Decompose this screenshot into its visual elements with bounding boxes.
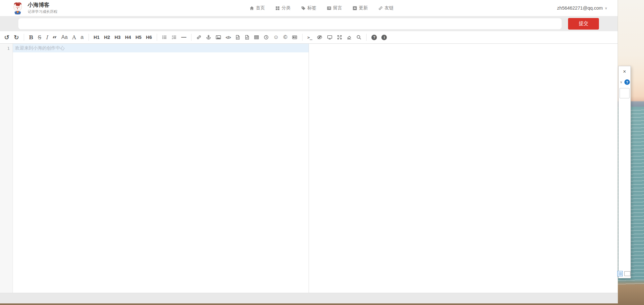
markdown-input-pane[interactable]: 欢迎来到小海的创作中心	[13, 44, 309, 293]
list-ol-icon[interactable]	[169, 32, 179, 42]
line-number-gutter: 1	[0, 44, 13, 293]
list-view-icon[interactable]	[617, 271, 623, 276]
goto-line-icon[interactable]: >_	[305, 32, 315, 42]
redo-icon[interactable]: ↻	[12, 32, 21, 42]
emoji-icon[interactable]: ☺	[271, 32, 281, 42]
nav-label: 更新	[359, 5, 368, 11]
nav-label: 友链	[385, 5, 394, 11]
update-icon	[352, 6, 357, 11]
compose-bar: 提交	[0, 16, 618, 31]
inline-code-icon[interactable]: </>	[223, 32, 233, 42]
code-block-tab-icon[interactable]	[233, 32, 242, 42]
pagebreak-icon[interactable]	[290, 32, 300, 42]
image-view-icon[interactable]	[624, 271, 630, 276]
page: 小海博客 记录学习成长历程 首页 分类 标签 留言	[0, 0, 644, 305]
anchor-icon[interactable]	[204, 32, 213, 42]
close-icon[interactable]: ×	[619, 69, 630, 74]
code-block-icon[interactable]	[242, 32, 252, 42]
nav-label: 分类	[282, 5, 291, 11]
blog-avatar[interactable]	[12, 2, 24, 14]
nav-item-categories[interactable]: 分类	[275, 5, 291, 11]
main-content: 小海博客 记录学习成长历程 首页 分类 标签 留言	[0, 0, 618, 303]
h1-icon[interactable]: H1	[91, 32, 102, 42]
site-subtitle: 记录学习成长历程	[28, 9, 57, 14]
h4-icon[interactable]: H4	[123, 32, 133, 42]
preview-icon[interactable]	[325, 32, 335, 42]
toolbar-divider	[89, 34, 89, 41]
nav-item-home[interactable]: 首页	[249, 5, 265, 11]
h2-icon[interactable]: H2	[102, 32, 112, 42]
nav-label: 首页	[256, 5, 265, 11]
h6-icon[interactable]: H6	[144, 32, 154, 42]
message-board-icon	[327, 6, 331, 11]
nav-label: 标签	[307, 5, 316, 11]
link-icon[interactable]	[194, 32, 204, 42]
nav-item-messages[interactable]: 留言	[327, 5, 342, 11]
editor-placeholder: 欢迎来到小海的创作中心	[15, 45, 65, 51]
strikethrough-icon[interactable]: S	[35, 32, 43, 42]
account-menu[interactable]: zh56462271@qq.com ∨	[557, 0, 607, 16]
grid-icon	[275, 6, 280, 11]
ucwords-icon[interactable]: Aa	[59, 32, 70, 42]
html-entities-icon[interactable]: ©	[281, 32, 290, 42]
editor-toolbar: ↺ ↻ B S I “ Aa A a H1 H2 H3 H4 H5 H6 —	[0, 31, 618, 44]
friend-link-icon	[378, 6, 383, 11]
submit-button[interactable]: 提交	[568, 18, 599, 30]
line-number: 1	[0, 46, 10, 51]
list-ul-icon[interactable]	[160, 32, 169, 42]
toolbar-divider	[366, 34, 367, 41]
nav-item-updates[interactable]: 更新	[352, 5, 368, 11]
h5-icon[interactable]: H5	[133, 32, 144, 42]
datetime-icon[interactable]	[261, 32, 271, 42]
toolbar-divider	[24, 34, 24, 41]
site-title[interactable]: 小海博客	[28, 2, 57, 8]
side-popup-panel: × ∨ ?	[618, 66, 631, 278]
italic-icon[interactable]: I	[43, 32, 50, 42]
watch-icon[interactable]	[314, 32, 325, 42]
side-panel-view-toggles	[617, 271, 630, 276]
site-header: 小海博客 记录学习成长历程 首页 分类 标签 留言	[0, 0, 618, 16]
toolbar-divider	[191, 34, 191, 41]
tag-icon	[301, 6, 306, 11]
main-nav: 首页 分类 标签 留言 更新	[249, 0, 394, 16]
chevron-down-icon[interactable]: ∨	[620, 80, 622, 84]
editor-area: 1 欢迎来到小海的创作中心	[0, 44, 618, 293]
post-title-input[interactable]	[18, 18, 562, 29]
lowercase-icon[interactable]: a	[78, 32, 86, 42]
help-badge-icon[interactable]: ?	[624, 79, 630, 85]
chevron-down-icon: ∨	[605, 6, 607, 10]
clear-icon[interactable]	[344, 32, 354, 42]
site-identity: 小海博客 记录学习成长历程	[28, 2, 57, 14]
nav-item-friend-links[interactable]: 友链	[378, 5, 394, 11]
undo-icon[interactable]: ↺	[2, 32, 12, 42]
toolbar-divider	[157, 34, 157, 41]
toolbar-divider	[302, 34, 303, 41]
side-panel-controls: ∨ ?	[619, 79, 630, 85]
home-icon	[249, 6, 254, 11]
table-icon[interactable]	[252, 32, 261, 42]
bold-icon[interactable]: B	[27, 32, 36, 42]
uppercase-icon[interactable]: A	[70, 32, 78, 42]
search-icon[interactable]	[354, 32, 364, 42]
help-icon[interactable]: ?	[369, 32, 379, 42]
nav-label: 留言	[333, 5, 342, 11]
fullscreen-icon[interactable]	[335, 32, 344, 42]
horizontal-rule-icon[interactable]: —	[179, 32, 189, 42]
image-icon[interactable]	[213, 32, 223, 42]
active-line[interactable]: 欢迎来到小海的创作中心	[13, 44, 309, 52]
quote-icon[interactable]: “	[50, 32, 59, 42]
info-icon[interactable]: i	[379, 32, 389, 42]
side-panel-input[interactable]	[620, 88, 630, 98]
h3-icon[interactable]: H3	[112, 32, 123, 42]
page-footer	[0, 293, 618, 303]
account-email: zh56462271@qq.com	[557, 5, 603, 11]
nav-item-tags[interactable]: 标签	[301, 5, 316, 11]
markdown-preview-pane	[309, 44, 618, 293]
